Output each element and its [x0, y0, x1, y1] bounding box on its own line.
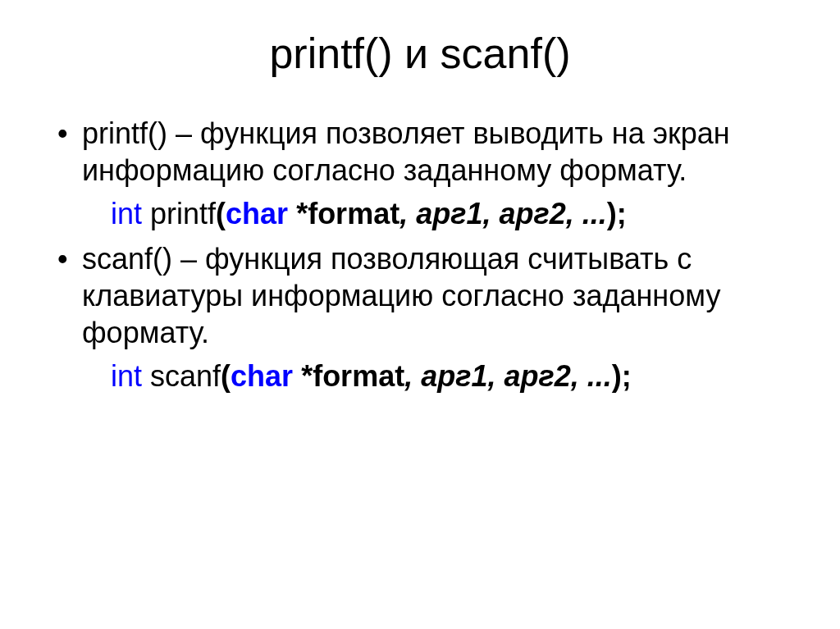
code-signature-scanf: int scanf(char *format, арг1, арг2, ...)…	[49, 358, 791, 396]
format-param: *format	[293, 359, 404, 393]
list-item: printf() – функция позволяет выводить на…	[49, 115, 791, 189]
keyword-char: char	[231, 359, 293, 393]
list-item: scanf() – функция позволяющая считывать …	[49, 240, 791, 351]
code-signature-printf: int printf(char *format, арг1, арг2, ...…	[49, 195, 791, 234]
args-param: , арг1, арг2, ...	[399, 197, 607, 230]
keyword-int: int	[111, 197, 142, 230]
paren-close: );	[607, 197, 627, 230]
args-param: , арг1, арг2, ...	[404, 359, 612, 393]
item-text: printf() – функция позволяет выводить на…	[82, 116, 730, 187]
func-name: printf	[142, 197, 216, 230]
item-text: scanf() – функция позволяющая считывать …	[82, 242, 720, 349]
slide-title: printf() и scanf()	[49, 29, 791, 78]
paren-open: (	[216, 197, 226, 230]
paren-close: );	[612, 359, 632, 393]
func-name: scanf	[142, 359, 221, 393]
format-param: *format	[288, 197, 399, 230]
keyword-char: char	[226, 197, 288, 230]
paren-open: (	[221, 359, 231, 393]
content-list: printf() – функция позволяет выводить на…	[49, 115, 791, 396]
keyword-int: int	[111, 359, 142, 393]
